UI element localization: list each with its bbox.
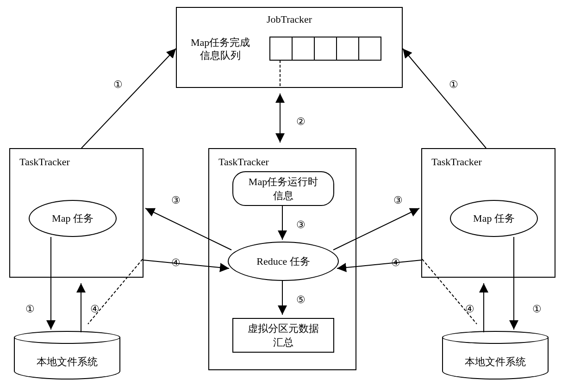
runtime-info-line2: 信息: [273, 189, 293, 203]
step-1-bl: ①: [25, 303, 35, 315]
step-1-right: ①: [449, 79, 458, 91]
step-5: ⑤: [296, 294, 306, 306]
step-2: ②: [296, 116, 306, 128]
cylinder-right: 本地文件系统: [442, 331, 549, 380]
tasktracker-center-box: TaskTracker Map任务运行时 信息 Reduce 任务 虚拟分区元数…: [208, 148, 356, 370]
step-4-bl: ④: [90, 303, 100, 315]
queue-label-line2: 信息队列: [200, 49, 241, 62]
tasktracker-left-title: TaskTracker: [19, 156, 70, 168]
map-task-left: Map 任务: [29, 200, 117, 237]
tasktracker-center-title: TaskTracker: [218, 156, 269, 168]
step-4-left: ④: [171, 257, 181, 269]
queue-cell: [358, 37, 381, 61]
queue-cell: [292, 37, 315, 61]
tasktracker-left-box: TaskTracker Map 任务: [9, 148, 144, 278]
map-runtime-info: Map任务运行时 信息: [232, 171, 334, 206]
step-4-br: ④: [465, 303, 474, 315]
queue-cell: [314, 37, 337, 61]
map-task-right: Map 任务: [450, 200, 538, 237]
cylinder-left-label: 本地文件系统: [14, 355, 120, 369]
step-1-left: ①: [113, 79, 123, 91]
reduce-task-label: Reduce 任务: [256, 255, 310, 268]
queue-label-line1: Map任务完成: [191, 36, 250, 50]
tasktracker-right-box: TaskTracker Map 任务: [421, 148, 555, 278]
map-task-left-label: Map 任务: [52, 212, 94, 225]
svg-line-1: [403, 49, 486, 148]
step-3-left: ③: [171, 194, 181, 206]
summary-box: 虚拟分区元数据 汇总: [232, 318, 334, 353]
jobtracker-title: JobTracker: [177, 13, 402, 25]
jobtracker-box: JobTracker Map任务完成 信息队列: [176, 7, 403, 88]
step-4-right: ④: [391, 257, 400, 269]
svg-line-0: [81, 49, 176, 148]
tasktracker-right-title: TaskTracker: [431, 156, 482, 168]
queue-cell: [269, 37, 293, 61]
summary-line1: 虚拟分区元数据: [248, 322, 319, 336]
map-task-right-label: Map 任务: [473, 212, 515, 225]
queue-cell: [336, 37, 359, 61]
cylinder-right-label: 本地文件系统: [442, 355, 549, 369]
step-3-right: ③: [393, 194, 403, 206]
step-3-center: ③: [296, 219, 306, 231]
reduce-task: Reduce 任务: [228, 242, 339, 281]
runtime-info-line1: Map任务运行时: [249, 175, 318, 189]
cylinder-left: 本地文件系统: [14, 331, 120, 380]
summary-line2: 汇总: [273, 336, 293, 349]
step-1-br: ①: [532, 303, 542, 315]
